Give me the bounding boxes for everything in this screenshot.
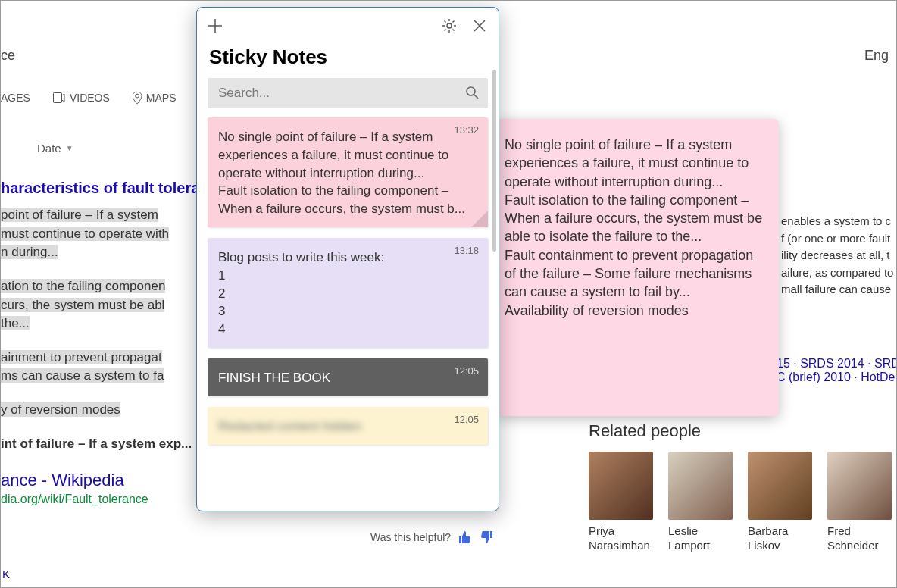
svg-rect-0 bbox=[53, 93, 61, 103]
note-time: 12:05 bbox=[454, 364, 479, 378]
avatar bbox=[589, 452, 653, 520]
svg-point-1 bbox=[447, 23, 452, 28]
note-body: Redacted content hidden bbox=[218, 418, 477, 436]
person-name: Fred Schneider bbox=[827, 524, 892, 553]
related-people: Priya Narasimhan Leslie Lamport Barbara … bbox=[589, 452, 892, 553]
tab-videos[interactable]: VIDEOS bbox=[53, 92, 110, 104]
sticky-notes-window: Sticky Notes 13:32 No single point of fa… bbox=[196, 7, 499, 511]
note-body: No single point of failure – If a system… bbox=[505, 136, 765, 320]
note-time: 13:18 bbox=[454, 244, 479, 258]
person-name: Barbara Liskov bbox=[748, 524, 812, 553]
settings-button[interactable] bbox=[441, 17, 458, 34]
partial-text: ce bbox=[1, 48, 15, 64]
snippet-line: curs, the system must be abl bbox=[1, 298, 164, 312]
snippet-line: point of failure – If a system bbox=[1, 208, 158, 222]
related-links[interactable]: 15 · SRDS 2014 · SRD C (brief) 2010 · Ho… bbox=[777, 357, 897, 384]
video-icon bbox=[53, 92, 65, 103]
note-item[interactable]: 12:05 Redacted content hidden bbox=[208, 407, 488, 445]
person-card[interactable]: Fred Schneider bbox=[827, 452, 892, 553]
note-item[interactable]: 12:05 FINISH THE BOOK bbox=[208, 358, 488, 396]
snippet-line: ainment to prevent propagat bbox=[1, 350, 162, 364]
knowledge-panel-text: enables a system to c f (or one or more … bbox=[781, 213, 897, 299]
search-box[interactable] bbox=[208, 78, 488, 108]
notes-list: 13:32 No single point of failure – If a … bbox=[197, 117, 499, 511]
thumbs-down-icon[interactable] bbox=[480, 531, 493, 543]
date-filter[interactable]: Date ▼ bbox=[37, 142, 73, 155]
new-note-button[interactable] bbox=[208, 18, 223, 33]
titlebar bbox=[197, 8, 499, 44]
person-card[interactable]: Priya Narasimhan bbox=[589, 452, 653, 553]
note-body: Blog posts to write this week: 1 2 3 4 bbox=[218, 249, 477, 339]
tab-label: VIDEOS bbox=[70, 92, 110, 104]
avatar bbox=[748, 452, 812, 520]
snippet-line: must continue to operate with bbox=[1, 227, 169, 241]
note-body: No single point of failure – If a system… bbox=[218, 128, 477, 218]
filter-label: Date bbox=[37, 142, 61, 155]
app-title: Sticky Notes bbox=[197, 44, 499, 78]
snippet-line: ms can cause a system to fa bbox=[1, 368, 164, 383]
folded-corner-icon bbox=[471, 211, 488, 227]
tab-images[interactable]: AGES bbox=[1, 92, 30, 104]
note-time: 13:32 bbox=[454, 124, 479, 137]
note-body: FINISH THE BOOK bbox=[218, 369, 477, 387]
snippet-line: ation to the failing componen bbox=[1, 279, 165, 293]
person-card[interactable]: Leslie Lamport bbox=[668, 452, 733, 553]
note-item[interactable]: 13:32 No single point of failure – If a … bbox=[208, 117, 488, 227]
result-link[interactable]: ance - Wikipedia bbox=[1, 471, 124, 490]
link-fragment[interactable]: K bbox=[2, 568, 10, 580]
close-button[interactable] bbox=[471, 17, 488, 34]
avatar bbox=[827, 452, 892, 520]
search-input[interactable] bbox=[208, 78, 488, 108]
person-card[interactable]: Barbara Liskov bbox=[748, 452, 812, 553]
note-item[interactable]: 13:18 Blog posts to write this week: 1 2… bbox=[208, 238, 488, 348]
person-name: Leslie Lamport bbox=[668, 524, 733, 553]
tab-label: MAPS bbox=[146, 92, 177, 104]
avatar bbox=[668, 452, 733, 520]
search-tabs: AGES VIDEOS MAPS bbox=[1, 92, 177, 104]
snippet-line: the... bbox=[1, 316, 30, 330]
snippet-line: y of reversion modes bbox=[1, 402, 120, 417]
helpful-text: Was this helpful? bbox=[370, 531, 451, 543]
floating-sticky-note[interactable]: No single point of failure – If a system… bbox=[497, 119, 779, 416]
chevron-down-icon: ▼ bbox=[66, 144, 73, 152]
related-people-heading: Related people bbox=[589, 421, 701, 441]
language-label[interactable]: Eng bbox=[864, 48, 889, 64]
snippet-line: n during... bbox=[1, 245, 58, 259]
helpful-prompt: Was this helpful? bbox=[370, 531, 493, 543]
tab-label: AGES bbox=[1, 92, 30, 104]
person-name: Priya Narasimhan bbox=[589, 524, 653, 553]
map-pin-icon bbox=[133, 92, 142, 104]
tab-maps[interactable]: MAPS bbox=[133, 92, 177, 104]
result-url[interactable]: dia.org/wiki/Fault_tolerance bbox=[1, 493, 148, 506]
thumbs-up-icon[interactable] bbox=[458, 531, 472, 543]
